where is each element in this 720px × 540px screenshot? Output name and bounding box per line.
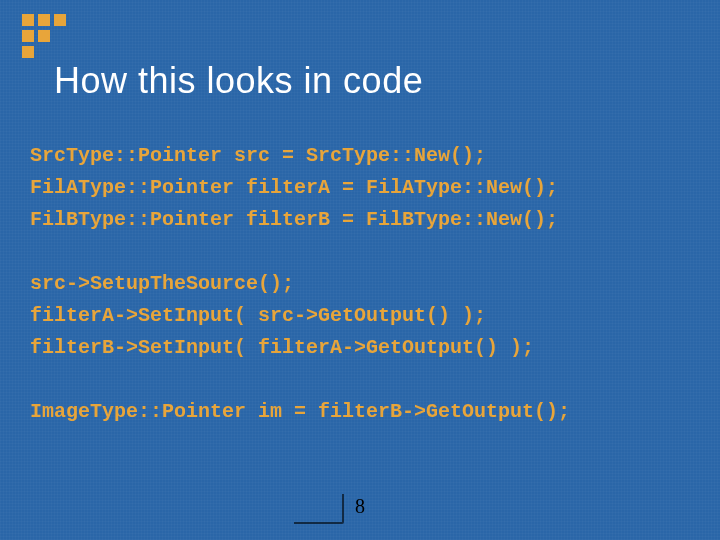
code-line: filterA->SetInput( src->GetOutput() ); [30, 304, 486, 327]
pagenum-connector-icon [294, 494, 344, 524]
code-line: FilBType::Pointer filterB = FilBType::Ne… [30, 208, 558, 231]
code-line: src->SetupTheSource(); [30, 272, 294, 295]
page-number: 8 [355, 495, 365, 518]
slide: How this looks in code SrcType::Pointer … [0, 0, 720, 540]
code-line: filterB->SetInput( filterA->GetOutput() … [30, 336, 534, 359]
code-line: FilAType::Pointer filterA = FilAType::Ne… [30, 176, 558, 199]
slide-title: How this looks in code [54, 60, 423, 102]
logo-squares-icon [22, 14, 66, 58]
code-line: SrcType::Pointer src = SrcType::New(); [30, 144, 486, 167]
code-line: ImageType::Pointer im = filterB->GetOutp… [30, 400, 570, 423]
code-block: SrcType::Pointer src = SrcType::New(); F… [30, 140, 690, 428]
